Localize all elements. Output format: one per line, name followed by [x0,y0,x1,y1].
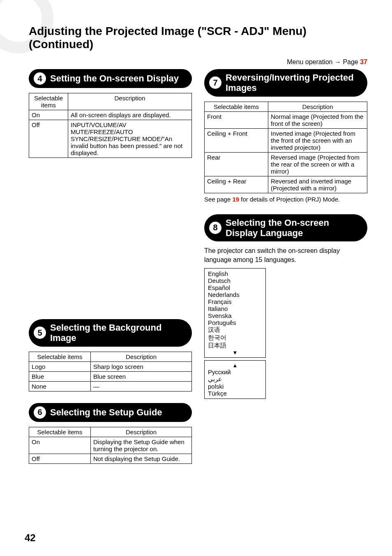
page-number: 42 [25,532,36,544]
table-header-row: Selectable items Description [29,93,192,110]
col-header: Description [268,102,367,111]
cell-item: None [29,381,91,391]
col-header: Description [91,352,192,361]
note-prj-mode: See page 19 for details of Projection (P… [204,196,367,203]
list-item: Svenska [208,312,262,319]
language-blurb: The projector can switch the on-screen d… [204,246,367,264]
section-onscreen-display: 4 Setting the On-screen Display Selectab… [29,69,192,158]
section-number-4: 4 [34,72,46,85]
cell-desc: — [91,381,192,391]
section-title-6: Selecting the Setup Guide [50,407,162,417]
list-item: Português [208,319,262,326]
cell-item: Rear [205,152,268,176]
section-number-6: 6 [34,406,46,419]
cell-item: Ceiling + Rear [205,176,268,193]
table-row: On Displaying the Setup Guide when turni… [29,437,192,454]
list-item: polski [208,383,262,390]
note-pre: See page [204,196,232,203]
table-row: Off INPUT/VOLUME/AV MUTE/FREEZE/AUTO SYN… [29,120,192,158]
col-header: Description [91,427,192,437]
list-item: English [208,270,262,277]
section-reversing-inverting: 7 Reversing/Inverting Projected Images S… [204,69,367,203]
section-header-4: 4 Setting the On-screen Display [29,69,192,88]
table-row: Off Not displaying the Setup Guide. [29,454,192,463]
list-item: Türkçe [208,390,262,397]
table-row: Front Normal image (Projected from the f… [205,111,367,128]
menu-op-page-word: Page [343,58,358,65]
section-header-5: 5 Selecting the Background Image [29,319,192,347]
list-item: Español [208,284,262,291]
list-item: Deutsch [208,277,262,284]
page-title: Adjusting the Projected Image ("SCR - AD… [29,0,367,51]
menu-op-label: Menu operation [287,58,332,65]
section-background-image: 5 Selecting the Background Image Selecta… [29,319,192,392]
list-item: Русский [208,368,262,375]
cell-item: Off [29,454,91,463]
cell-desc: Reversed and inverted image (Projected w… [268,176,367,193]
section-display-language: 8 Selecting the On-screen Display Langua… [204,214,367,399]
right-column: 7 Reversing/Inverting Projected Images S… [204,69,367,475]
list-item: Français [208,298,262,305]
cell-desc: Not displaying the Setup Guide. [91,454,192,463]
table-row: Ceiling + Rear Reversed and inverted ima… [205,176,367,193]
table-reversing-inverting: Selectable items Description Front Norma… [204,102,367,193]
spacer [29,169,192,319]
list-item: 한국어 [208,334,262,342]
list-item: 日本語 [208,342,262,350]
table-row: On All on-screen displays are displayed. [29,110,192,120]
table-row: Blue Blue screen [29,371,192,381]
list-item: عربي [208,375,262,383]
cell-desc: Sharp logo screen [91,361,192,371]
table-header-row: Selectable items Description [205,102,367,111]
cell-item: On [29,437,91,454]
language-list-1: English Deutsch Español Nederlands Franç… [204,268,266,358]
cell-desc: Inverted image (Projected from the front… [268,128,367,152]
table-header-row: Selectable items Description [29,352,192,361]
section-header-6: 6 Selecting the Setup Guide [29,403,192,422]
table-row: Ceiling + Front Inverted image (Projecte… [205,128,367,152]
menu-op-page-ref: 37 [360,58,367,65]
cell-item: Off [29,120,68,158]
menu-operation-ref: Menu operation → Page 37 [29,58,367,66]
table-setup-guide: Selectable items Description On Displayi… [29,427,192,464]
triangle-down-icon: ▼ [208,350,262,356]
section-header-7: 7 Reversing/Inverting Projected Images [204,69,367,97]
section-number-8: 8 [209,222,221,234]
section-number-5: 5 [34,327,46,339]
list-item: Italiano [208,305,262,312]
list-item: Nederlands [208,291,262,298]
cell-desc: Displaying the Setup Guide when turning … [91,437,192,454]
triangle-up-icon: ▲ [208,362,262,368]
section-title-8: Selecting the On-screen Display Language [226,218,361,239]
cell-desc: INPUT/VOLUME/AV MUTE/FREEZE/AUTO SYNC/RE… [68,120,192,158]
section-number-7: 7 [209,76,221,89]
col-header: Description [68,93,192,110]
left-column: 4 Setting the On-screen Display Selectab… [29,69,192,475]
cell-item: Logo [29,361,91,371]
cell-item: Blue [29,371,91,381]
section-setup-guide: 6 Selecting the Setup Guide Selectable i… [29,403,192,464]
arrow-right-icon: → [334,58,341,65]
cell-desc: Reversed image (Projected from the rear … [268,152,367,176]
cell-item: Front [205,111,268,128]
table-header-row: Selectable items Description [29,427,192,437]
cell-item: On [29,110,68,120]
table-background-image: Selectable items Description Logo Sharp … [29,352,192,392]
cell-desc: Blue screen [91,371,192,381]
list-item: 汉语 [208,326,262,334]
table-row: None — [29,381,192,391]
section-title-5: Selecting the Background Image [50,322,185,343]
cell-desc: All on-screen displays are displayed. [68,110,192,120]
col-header: Selectable items [29,427,91,437]
note-post: for details of Projection (PRJ) Mode. [239,196,340,203]
col-header: Selectable items [205,102,268,111]
table-onscreen-display: Selectable items Description On All on-s… [29,93,192,158]
note-page-ref: 19 [232,196,239,203]
table-row: Logo Sharp logo screen [29,361,192,371]
section-title-4: Setting the On-screen Display [50,73,179,83]
table-row: Rear Reversed image (Projected from the … [205,152,367,176]
col-header: Selectable items [29,93,68,110]
section-title-7: Reversing/Inverting Projected Images [226,72,361,93]
col-header: Selectable items [29,352,91,361]
section-header-8: 8 Selecting the On-screen Display Langua… [204,214,367,242]
